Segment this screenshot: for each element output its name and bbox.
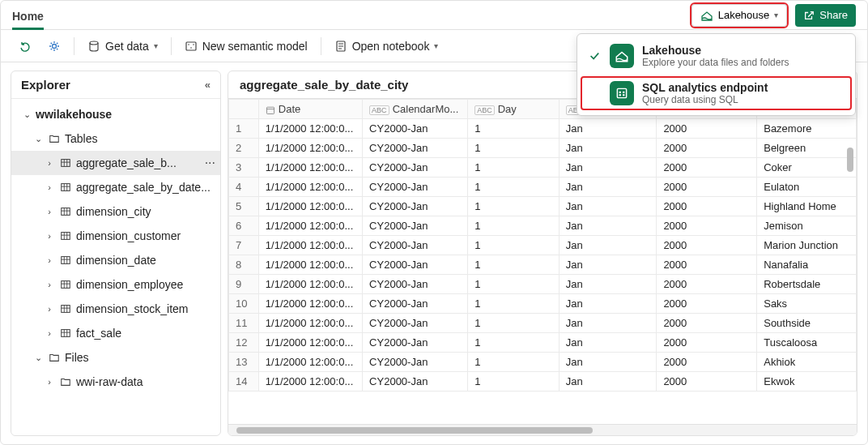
cell: Jan [559,119,657,139]
tree-label: Files [65,351,220,364]
get-data-button[interactable]: Get data ▾ [81,34,164,58]
cell: 2000 [657,275,757,294]
cell: 1/1/2000 12:00:0... [258,178,362,197]
tree-node-tables[interactable]: ⌄ Tables [11,126,220,151]
table-row[interactable]: 12 1/1/2000 12:00:0... CY2000-Jan 1 Jan … [229,333,857,353]
table-row[interactable]: 10 1/1/2000 12:00:0... CY2000-Jan 1 Jan … [229,294,857,314]
cell: 1 [468,275,560,294]
svg-rect-7 [186,42,196,50]
tree-node-table[interactable]: › dimension_employee [11,272,220,297]
row-number: 5 [229,197,259,216]
cell: 1/1/2000 12:00:0... [258,294,362,314]
tree-node-table[interactable]: › dimension_customer [11,224,220,248]
chevron-down-icon: ⌄ [32,353,44,363]
column-header[interactable]: ABCCalendarMo... [363,100,468,119]
table-row[interactable]: 8 1/1/2000 12:00:0... CY2000-Jan 1 Jan 2… [229,255,857,275]
tree-node-table[interactable]: › aggregate_sale_by_date... [11,175,220,199]
tree-node-table[interactable]: › aggregate_sale_b... ··· [11,151,220,175]
table-row[interactable]: 14 1/1/2000 12:00:0... CY2000-Jan 1 Jan … [229,372,857,392]
table-row[interactable]: 4 1/1/2000 12:00:0... CY2000-Jan 1 Jan 2… [229,178,857,197]
row-number: 11 [229,314,259,333]
table-row[interactable]: 1 1/1/2000 12:00:0... CY2000-Jan 1 Jan 2… [229,119,857,139]
body: Explorer « ⌄ wwilakehouse ⌄ Tables › agg… [1,62,867,444]
share-button[interactable]: Share [795,4,856,27]
new-semantic-model-label: New semantic model [202,40,308,53]
table-row[interactable]: 3 1/1/2000 12:00:0... CY2000-Jan 1 Jan 2… [229,158,857,178]
cell: CY2000-Jan [363,255,468,275]
cell: 1 [468,216,560,236]
tree-label: dimension_customer [76,229,220,242]
table-row[interactable]: 13 1/1/2000 12:00:0... CY2000-Jan 1 Jan … [229,353,857,372]
column-header[interactable]: Date [258,100,362,119]
tree-label: aggregate_sale_b... [76,156,197,169]
collapse-icon[interactable]: « [205,79,211,91]
cell: 1 [468,255,560,275]
cell: Jan [559,216,657,236]
cell: 2000 [657,372,757,392]
lakehouse-switcher-button[interactable]: Lakehouse ▾ [691,4,788,27]
tree-node-files[interactable]: ⌄ Files [11,345,220,370]
new-semantic-model-button[interactable]: New semantic model [178,34,314,58]
cell: 1/1/2000 12:00:0... [258,216,362,236]
more-icon[interactable]: ··· [200,156,220,170]
vertical-scrollbar[interactable] [847,148,853,172]
tree-node-table[interactable]: › dimension_city [11,199,220,224]
tree-node-lakehouse[interactable]: ⌄ wwilakehouse [11,102,220,126]
tree-node-table[interactable]: › dimension_date [11,248,220,272]
cell: Jan [559,294,657,314]
chevron-right-icon: › [44,280,55,289]
horizontal-scrollbar[interactable] [236,427,593,434]
cell: 1 [468,333,560,353]
cell: 2000 [657,139,757,158]
column-header[interactable]: ABCDay [468,100,560,119]
data-grid[interactable]: DateABCCalendarMo...ABCDayABCShortMonth1… [228,98,857,424]
table-icon [58,326,73,340]
column-name: Day [498,103,517,115]
table-row[interactable]: 7 1/1/2000 12:00:0... CY2000-Jan 1 Jan 2… [229,236,857,255]
folder-icon [47,131,62,146]
cell: Nanafalia [757,255,857,275]
svg-rect-17 [62,281,70,289]
svg-rect-20 [266,107,274,113]
horizontal-scrollbar-track[interactable] [228,424,857,435]
cell: CY2000-Jan [363,178,468,197]
tree-node-folder[interactable]: › wwi-raw-data [11,370,220,394]
cell: 1 [468,158,560,178]
cell: Akhiok [757,353,857,372]
open-notebook-button[interactable]: Open notebook ▾ [328,34,445,58]
cell: Jan [559,333,657,353]
cell: 2000 [657,314,757,333]
cell: Jan [559,314,657,333]
chevron-right-icon: › [44,231,55,241]
chevron-down-icon: ▾ [434,41,438,50]
svg-rect-14 [62,208,70,216]
tree-label: wwi-raw-data [76,375,220,388]
table-row[interactable]: 9 1/1/2000 12:00:0... CY2000-Jan 1 Jan 2… [229,275,857,294]
refresh-button[interactable] [12,34,38,58]
explorer-title: Explorer [21,78,70,92]
tree-label: Tables [65,132,220,145]
table-row[interactable]: 6 1/1/2000 12:00:0... CY2000-Jan 1 Jan 2… [229,216,857,236]
cell: 2000 [657,178,757,197]
svg-point-10 [190,47,192,49]
settings-button[interactable] [41,34,67,58]
lakehouse-switcher-label: Lakehouse [718,9,770,21]
dropdown-item-sql-endpoint[interactable]: SQL analytics endpoint Query data using … [581,76,852,110]
tab-home[interactable]: Home [12,5,44,30]
table-row[interactable]: 5 1/1/2000 12:00:0... CY2000-Jan 1 Jan 2… [229,197,857,216]
cell: Jan [559,372,657,392]
cell: 1/1/2000 12:00:0... [258,119,362,139]
cell: Jan [559,236,657,255]
table-row[interactable]: 11 1/1/2000 12:00:0... CY2000-Jan 1 Jan … [229,314,857,333]
main-panel: aggregate_sale_by_date_city 1000 rows Da… [228,71,857,436]
separator [171,37,172,55]
tree-label: dimension_stock_item [76,302,220,315]
tree-node-table[interactable]: › dimension_stock_item [11,297,220,321]
cell: 2000 [657,294,757,314]
table-icon [58,277,73,292]
cell: 1/1/2000 12:00:0... [258,275,362,294]
dropdown-item-lakehouse[interactable]: Lakehouse Explore your data files and fo… [577,37,855,75]
table-row[interactable]: 2 1/1/2000 12:00:0... CY2000-Jan 1 Jan 2… [229,139,857,158]
cell: 1 [468,139,560,158]
tree-node-table[interactable]: › fact_sale [11,321,220,345]
